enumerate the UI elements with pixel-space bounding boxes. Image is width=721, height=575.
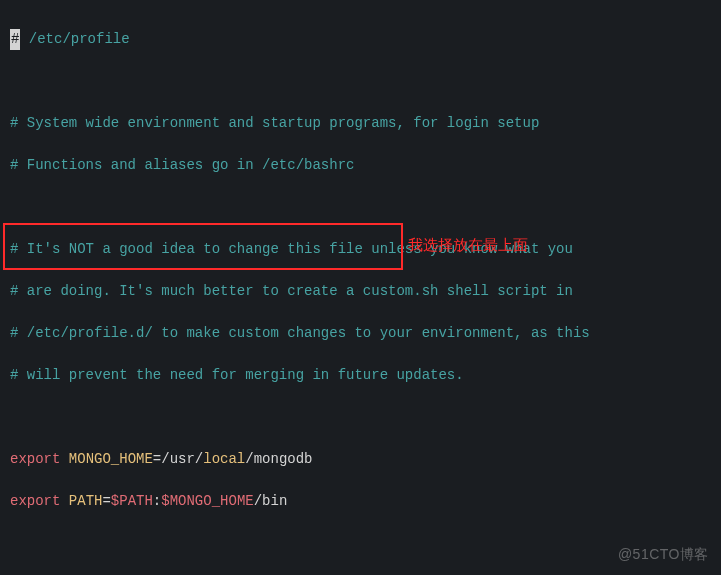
colon: : [153, 493, 161, 509]
comment-text: # System wide environment and startup pr… [10, 115, 539, 131]
cursor: # [10, 29, 20, 50]
comment-text: # are doing. It's much better to create … [10, 283, 573, 299]
var-ref: $PATH [111, 493, 153, 509]
keyword-local: local [203, 451, 245, 467]
path-segment: /bin [254, 493, 288, 509]
comment-text: # /etc/profile.d/ to make custom changes… [10, 325, 590, 341]
comment-text: # will prevent the need for merging in f… [10, 367, 464, 383]
keyword-export: export [10, 493, 60, 509]
equals: = [153, 451, 161, 467]
comment-text: # Functions and aliases go in /etc/bashr… [10, 157, 354, 173]
path-segment: /mongodb [245, 451, 312, 467]
keyword-export: export [10, 451, 60, 467]
path-segment: /usr/ [161, 451, 203, 467]
var-name: PATH [60, 493, 102, 509]
comment-text: /etc/profile [20, 31, 129, 47]
equals: = [102, 493, 110, 509]
var-ref: $MONGO_HOME [161, 493, 253, 509]
watermark: @51CTO博客 [618, 544, 709, 565]
var-name: MONGO_HOME [60, 451, 152, 467]
code-editor[interactable]: # /etc/profile # System wide environment… [0, 0, 721, 575]
annotation-text: 我选择放在最上面 [408, 234, 528, 257]
